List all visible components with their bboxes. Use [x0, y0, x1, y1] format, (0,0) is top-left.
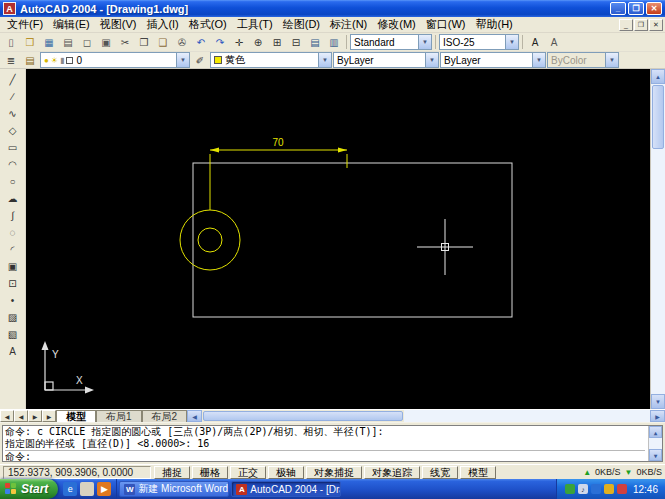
menu-tools[interactable]: 工具(T) — [232, 16, 278, 33]
chevron-down-icon[interactable]: ▼ — [425, 53, 438, 67]
ellipse-icon[interactable]: ◌ — [3, 224, 23, 240]
scroll-left-icon[interactable]: ◀ — [187, 410, 202, 422]
vertical-scroll-thumb[interactable] — [652, 85, 664, 149]
paste-icon[interactable]: ❑ — [154, 34, 172, 50]
hatch-icon[interactable]: ▨ — [3, 309, 23, 325]
polygon-icon[interactable]: ◇ — [3, 122, 23, 138]
drawing-canvas[interactable]: 70 Y X — [26, 69, 650, 409]
color-combo[interactable]: 黄色 ▼ — [210, 52, 332, 68]
new-icon[interactable]: ▯ — [2, 34, 20, 50]
menu-format[interactable]: 格式(O) — [184, 16, 232, 33]
restore-button[interactable]: ❐ — [628, 2, 644, 15]
tray-network-icon[interactable] — [591, 484, 601, 494]
taskbar-item-word[interactable]: W 新建 Microsoft Word ... — [119, 481, 229, 497]
rectangle-icon[interactable]: ▭ — [3, 139, 23, 155]
lineweight-combo[interactable]: ByLayer ▼ — [440, 52, 546, 68]
minimize-button[interactable]: _ — [610, 2, 626, 15]
osnap-toggle[interactable]: 对象捕捉 — [306, 466, 362, 479]
layer-properties-icon[interactable]: ≣ — [2, 52, 20, 68]
circle-icon[interactable]: ○ — [3, 173, 23, 189]
ie-icon[interactable]: e — [63, 482, 77, 496]
chevron-down-icon[interactable]: ▼ — [532, 53, 545, 67]
show-desktop-icon[interactable] — [80, 482, 94, 496]
redo-icon[interactable]: ↷ — [211, 34, 229, 50]
make-object-layer-current-icon[interactable]: ✐ — [191, 52, 209, 68]
model-toggle[interactable]: 模型 — [460, 466, 496, 479]
grid-toggle[interactable]: 栅格 — [192, 466, 228, 479]
publish-icon[interactable]: ▣ — [97, 34, 115, 50]
match-properties-icon[interactable]: ✇ — [173, 34, 191, 50]
tab-next-button[interactable]: ▶ — [28, 410, 42, 422]
horizontal-scroll-thumb[interactable] — [203, 411, 403, 421]
revision-cloud-icon[interactable]: ☁ — [3, 190, 23, 206]
tab-prev-button[interactable]: ◀ — [14, 410, 28, 422]
save-icon[interactable]: ▦ — [40, 34, 58, 50]
doc-close-button[interactable]: ✕ — [649, 19, 663, 31]
vertical-scrollbar[interactable]: ▲ ▼ — [650, 69, 665, 409]
polar-toggle[interactable]: 极轴 — [268, 466, 304, 479]
tab-first-button[interactable]: ◀ — [0, 410, 14, 422]
layer-combo[interactable]: ● ☀ ▮ 0 ▼ — [40, 52, 190, 68]
vertical-scroll-track[interactable] — [651, 150, 665, 394]
tray-message-icon[interactable] — [617, 484, 627, 494]
zoom-previous-icon[interactable]: ⊟ — [287, 34, 305, 50]
media-player-icon[interactable]: ▶ — [97, 482, 111, 496]
copy-icon[interactable]: ❐ — [135, 34, 153, 50]
text-style-icon[interactable]: A — [526, 34, 544, 50]
menu-file[interactable]: 文件(F) — [2, 16, 48, 33]
plot-preview-icon[interactable]: ◻ — [78, 34, 96, 50]
make-block-icon[interactable]: ⊡ — [3, 275, 23, 291]
multiline-text-icon[interactable]: A — [3, 343, 23, 359]
region-icon[interactable]: ▧ — [3, 326, 23, 342]
dim-style-combo[interactable]: ISO-25 ▼ — [439, 34, 519, 50]
point-icon[interactable]: • — [3, 292, 23, 308]
spline-icon[interactable]: ∫ — [3, 207, 23, 223]
zoom-realtime-icon[interactable]: ⊕ — [249, 34, 267, 50]
chevron-down-icon[interactable]: ▼ — [418, 35, 431, 49]
menu-view[interactable]: 视图(V) — [95, 16, 142, 33]
designcenter-icon[interactable]: ▥ — [325, 34, 343, 50]
line-icon[interactable]: ╱ — [3, 71, 23, 87]
ortho-toggle[interactable]: 正交 — [230, 466, 266, 479]
tab-last-button[interactable]: ▶ — [42, 410, 56, 422]
start-button[interactable]: Start — [0, 479, 58, 499]
layers-icon[interactable]: ▤ — [21, 52, 39, 68]
doc-minimize-button[interactable]: _ — [619, 19, 633, 31]
taskbar-item-autocad[interactable]: A AutoCAD 2004 - [Dra... — [231, 481, 341, 497]
horizontal-scrollbar[interactable]: ◀ ▶ — [187, 410, 665, 422]
polyline-icon[interactable]: ∿ — [3, 105, 23, 121]
menu-help[interactable]: 帮助(H) — [471, 16, 518, 33]
tab-layout1[interactable]: 布局1 — [96, 410, 142, 422]
chevron-down-icon[interactable]: ▼ — [505, 35, 518, 49]
insert-block-icon[interactable]: ▣ — [3, 258, 23, 274]
command-text-area[interactable]: 命令: c CIRCLE 指定圆的圆心或 [三点(3P)/两点(2P)/相切、相… — [2, 425, 663, 462]
properties-icon[interactable]: ▤ — [306, 34, 324, 50]
tray-update-icon[interactable] — [604, 484, 614, 494]
chevron-down-icon[interactable]: ▼ — [176, 53, 189, 67]
pan-icon[interactable]: ✛ — [230, 34, 248, 50]
construction-line-icon[interactable]: ∕ — [3, 88, 23, 104]
zoom-window-icon[interactable]: ⊞ — [268, 34, 286, 50]
menu-draw[interactable]: 绘图(D) — [278, 16, 325, 33]
tab-model[interactable]: 模型 — [56, 410, 96, 422]
scroll-down-icon[interactable]: ▼ — [649, 449, 662, 461]
close-button[interactable]: ✕ — [646, 2, 662, 15]
command-input-line[interactable]: 命令: — [5, 450, 645, 461]
menu-insert[interactable]: 插入(I) — [141, 16, 183, 33]
tray-volume-icon[interactable]: ♪ — [578, 484, 588, 494]
lineweight-toggle[interactable]: 线宽 — [422, 466, 458, 479]
chevron-down-icon[interactable]: ▼ — [318, 53, 331, 67]
scroll-right-icon[interactable]: ▶ — [650, 410, 665, 422]
plot-icon[interactable]: ▤ — [59, 34, 77, 50]
text-style-combo[interactable]: Standard ▼ — [350, 34, 432, 50]
otrack-toggle[interactable]: 对象追踪 — [364, 466, 420, 479]
undo-icon[interactable]: ↶ — [192, 34, 210, 50]
menu-modify[interactable]: 修改(M) — [372, 16, 421, 33]
scroll-up-icon[interactable]: ▲ — [651, 69, 665, 84]
dim-style-icon[interactable]: A — [545, 34, 563, 50]
doc-restore-button[interactable]: ❐ — [634, 19, 648, 31]
menu-window[interactable]: 窗口(W) — [421, 16, 471, 33]
tray-antivirus-icon[interactable] — [565, 484, 575, 494]
menu-edit[interactable]: 编辑(E) — [48, 16, 95, 33]
linetype-combo[interactable]: ByLayer ▼ — [333, 52, 439, 68]
